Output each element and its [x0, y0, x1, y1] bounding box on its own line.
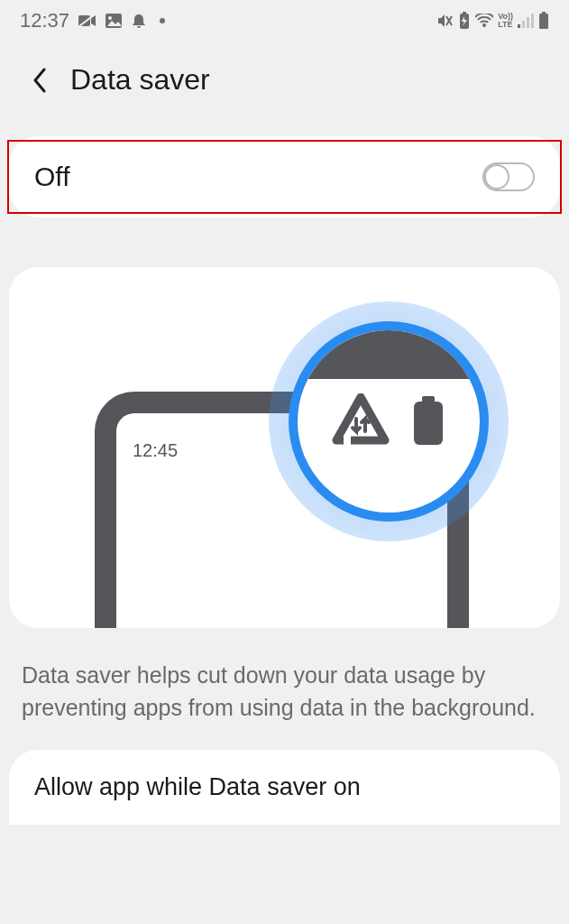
wifi-icon	[475, 14, 493, 28]
svg-rect-18	[422, 396, 435, 403]
svg-point-3	[108, 16, 112, 20]
annotation-red-box	[7, 140, 562, 214]
magnifier-circle	[289, 321, 489, 522]
svg-point-8	[483, 24, 486, 27]
status-bar-right: Vo))LTE	[436, 12, 549, 30]
dot-icon	[160, 18, 165, 23]
image-icon	[106, 14, 122, 28]
illustration-phone-time: 12:45	[133, 440, 178, 461]
svg-rect-15	[344, 435, 351, 446]
chevron-left-icon	[31, 67, 49, 94]
svg-rect-17	[414, 402, 443, 445]
toggle-state-label: Off	[34, 162, 69, 192]
vibrate-mute-icon	[436, 13, 454, 29]
page-title: Data saver	[70, 63, 210, 97]
magnifier-status-icons	[298, 393, 480, 451]
battery-fill-icon	[410, 394, 446, 450]
signal-icon	[518, 14, 534, 28]
battery-icon	[538, 12, 549, 30]
status-bar-left: 12:37	[20, 9, 165, 32]
toggle-thumb	[484, 164, 509, 189]
allow-app-option[interactable]: Allow app while Data saver on	[9, 750, 560, 825]
svg-rect-10	[522, 21, 525, 28]
svg-rect-12	[531, 14, 534, 28]
video-off-icon	[78, 14, 96, 27]
data-saver-toggle[interactable]	[482, 162, 535, 191]
svg-rect-11	[527, 17, 529, 28]
svg-rect-13	[539, 14, 548, 29]
status-bar: 12:37 Vo))LTE	[0, 0, 569, 38]
svg-rect-14	[542, 12, 546, 14]
battery-saver-icon	[458, 12, 471, 30]
data-saver-triangle-icon	[331, 393, 390, 451]
bell-icon	[131, 13, 147, 29]
data-saver-toggle-card: Off	[9, 136, 560, 217]
illustration-card: 12:45	[9, 267, 560, 628]
app-header: Data saver	[0, 38, 569, 109]
allow-app-label: Allow app while Data saver on	[34, 773, 535, 801]
back-button[interactable]	[25, 66, 54, 95]
svg-rect-9	[518, 24, 520, 28]
volte-icon: Vo))LTE	[498, 13, 513, 29]
svg-rect-16	[371, 395, 378, 406]
status-time: 12:37	[20, 9, 69, 32]
svg-rect-7	[463, 12, 466, 14]
description-text: Data saver helps cut down your data usag…	[0, 628, 569, 743]
data-saver-toggle-row[interactable]: Off	[9, 136, 560, 217]
